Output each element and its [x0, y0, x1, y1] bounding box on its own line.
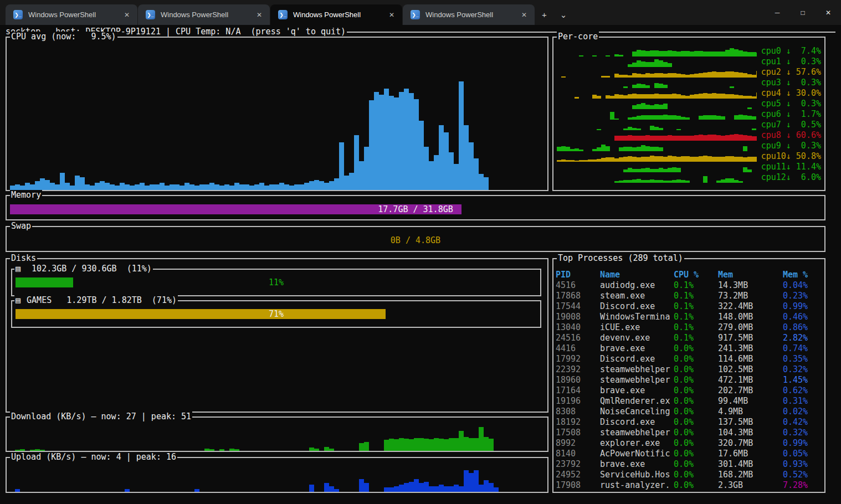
bar — [707, 52, 712, 56]
tab-3[interactable]: ❯_Windows PowerShell✕ — [270, 4, 402, 25]
bar — [299, 184, 304, 190]
cell-mem: 99.4MB — [718, 396, 783, 407]
bar — [659, 84, 663, 88]
disk-c-label: 102.3GB / 930.6GB (11%) — [22, 264, 152, 274]
bar — [489, 483, 494, 492]
cell-name: Discord.exe — [600, 417, 674, 428]
bar — [75, 176, 80, 190]
core-row-cpu11: cpu11↓ 11.4% — [555, 162, 823, 172]
bar — [650, 147, 654, 151]
bar — [194, 186, 199, 190]
cell-mem: 104.3MB — [718, 428, 783, 438]
bar — [659, 60, 663, 67]
core-label-cpu4: cpu4 ↓ 30.0% — [757, 88, 823, 99]
terminal-screen[interactable]: socktop — host: DESKTOP-9P19121 | CPU Te… — [0, 25, 841, 504]
bar — [623, 157, 628, 162]
bar — [645, 157, 650, 162]
minimize-button[interactable]: ─ — [765, 0, 790, 25]
bar — [716, 135, 721, 141]
bar — [716, 94, 721, 99]
cell-pid: 4416 — [556, 343, 600, 354]
bar — [449, 438, 454, 451]
core-row-cpu5: cpu5 ↓ 0.3% — [555, 99, 823, 109]
cell-mem: 102.5MB — [718, 364, 783, 375]
cell-mem: 17.6MB — [718, 449, 783, 459]
cell-memp: 0.46% — [783, 312, 823, 322]
cell-name: brave.exe — [600, 343, 674, 354]
cell-mem: 320.7MB — [718, 438, 783, 449]
bar — [699, 94, 703, 99]
cell-name: steam.exe — [600, 291, 674, 301]
bar — [645, 135, 650, 141]
column-header: PID — [556, 270, 600, 280]
bar — [479, 174, 484, 190]
tab-close-button[interactable]: ✕ — [120, 11, 137, 19]
cell-name: steamwebhelper — [600, 375, 674, 385]
core-spark-cpu11 — [555, 162, 757, 172]
cell-cpu: 0.1% — [674, 312, 718, 322]
bar — [707, 156, 712, 162]
per-core-panel: Per-core cpu0 ↓ 7.4%cpu1 ↓ 0.3%cpu2 ↓ 57… — [552, 37, 825, 191]
bar — [663, 74, 668, 78]
bar — [632, 94, 637, 99]
bar — [334, 489, 339, 492]
maximize-button[interactable]: □ — [790, 0, 816, 25]
tab-4[interactable]: ❯_Windows PowerShell✕ — [403, 4, 535, 25]
close-button[interactable]: ✕ — [816, 0, 841, 25]
bar — [650, 126, 654, 130]
bar — [641, 115, 645, 120]
powershell-icon: ❯_ — [411, 10, 420, 19]
bar — [650, 105, 654, 109]
bar — [681, 156, 685, 162]
bar — [45, 180, 50, 190]
bar — [359, 479, 364, 492]
memory-panel: Memory 17.7GB / 31.8GB — [6, 195, 825, 220]
core-spark-cpu0 — [555, 46, 757, 56]
tab-dropdown-button[interactable]: ⌄ — [553, 4, 574, 25]
tab-close-button[interactable]: ✕ — [517, 11, 535, 19]
cell-name: brave.exe — [600, 459, 674, 470]
core-spark-cpu2 — [555, 67, 757, 78]
process-row: 24516devenv.exe0.1%917.5MB2.82% — [556, 333, 823, 343]
bar — [743, 73, 747, 78]
cell-name: audiodg.exe — [600, 280, 674, 291]
window-controls: ─ □ ✕ — [765, 0, 841, 25]
app-header: socktop — host: DESKTOP-9P19121 | CPU Te… — [6, 27, 835, 37]
bar — [601, 145, 606, 151]
bar — [454, 485, 459, 492]
cell-memp: 0.86% — [783, 322, 823, 333]
tab-2[interactable]: ❯_Windows PowerShell✕ — [138, 4, 270, 25]
cell-name: WindowsTermina — [600, 312, 674, 322]
tab-close-button[interactable]: ✕ — [252, 11, 270, 19]
disk-games-label: GAMES 1.29TB / 1.82TB (71%) — [22, 295, 177, 306]
column-header: Name — [600, 270, 674, 280]
bar — [105, 183, 110, 190]
tab-title: Windows PowerShell — [425, 11, 517, 19]
bar — [364, 442, 369, 451]
bar — [35, 449, 40, 451]
bar — [324, 447, 329, 451]
bar — [394, 97, 399, 190]
cell-cpu: 0.0% — [674, 396, 718, 407]
bar — [614, 94, 619, 99]
tab-close-button[interactable]: ✕ — [384, 11, 402, 19]
bar — [244, 184, 249, 190]
bar — [459, 431, 464, 451]
cell-pid: 18960 — [556, 375, 600, 385]
bar — [668, 115, 672, 120]
bar — [494, 487, 499, 492]
bar — [721, 136, 725, 141]
tab-1[interactable]: ❯_Windows PowerShell✕ — [6, 4, 137, 25]
bar — [654, 180, 659, 183]
cell-memp: 0.99% — [783, 438, 823, 449]
disk-games-gauge: 71% — [16, 309, 537, 319]
bar — [359, 443, 364, 451]
bar — [459, 486, 464, 492]
cell-mem: 472.1MB — [718, 375, 783, 385]
core-spark-cpu7 — [555, 120, 757, 130]
bar — [628, 168, 632, 172]
bar — [623, 180, 628, 183]
bar — [685, 51, 690, 56]
swap-panel: Swap 0B / 4.8GB — [6, 226, 825, 252]
new-tab-button[interactable]: + — [535, 4, 553, 25]
